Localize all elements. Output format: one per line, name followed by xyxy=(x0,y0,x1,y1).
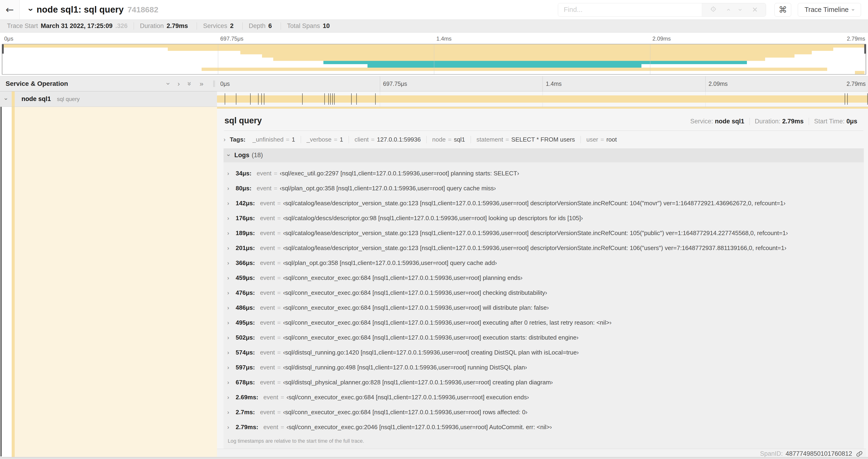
log-field-value: ‹sql/distsql_running.go:498 [nsql1,clien… xyxy=(283,364,527,371)
log-entry[interactable]: › 502μs: event = ‹sql/conn_executor_exec… xyxy=(223,330,864,345)
log-entry[interactable]: › 2.79ms: event = ‹sql/conn_executor_exe… xyxy=(223,420,864,435)
tag-key: _verbose xyxy=(307,136,332,143)
log-entry[interactable]: › 366μs: event = ‹sql/plan_opt.go:358 [n… xyxy=(223,256,864,270)
log-timestamp: 597μs: xyxy=(236,364,255,371)
find-input[interactable] xyxy=(558,3,702,16)
log-timestamp: 459μs: xyxy=(236,274,255,282)
column-resizer[interactable] xyxy=(213,80,216,87)
meta-value: 2.79ms xyxy=(782,118,804,125)
collapse-one-icon[interactable]: › xyxy=(165,83,172,85)
log-entry[interactable]: › 34μs: event = ‹sql/exec_util.go:2297 [… xyxy=(223,166,864,181)
log-marker-tick xyxy=(375,93,376,105)
log-entry[interactable]: › 574μs: event = ‹sql/distsql_running.go… xyxy=(223,345,864,360)
log-field-key: event xyxy=(260,289,275,296)
log-entry[interactable]: › 142μs: event = ‹sql/catalog/lease/desc… xyxy=(223,196,864,211)
log-entry[interactable]: › 476μs: event = ‹sql/conn_executor_exec… xyxy=(223,286,864,300)
summary-fraction: .326 xyxy=(115,22,128,30)
log-entry[interactable]: › 80μs: event = ‹sql/plan_opt.go:358 [ns… xyxy=(223,181,864,196)
collapse-children-icon[interactable]: › xyxy=(3,98,10,100)
log-entry[interactable]: › 2.7ms: event = ‹sql/conn_executor_exec… xyxy=(223,405,864,420)
gridline xyxy=(650,44,650,74)
log-entry[interactable]: › 189μs: event = ‹sql/catalog/lease/desc… xyxy=(223,226,864,241)
span-row[interactable]: › node sql1 sql query xyxy=(0,91,868,107)
equals-sign: = xyxy=(275,289,283,296)
time-tick-label: 697.75μs xyxy=(380,80,407,87)
log-field-value: ‹sql/catalog/lease/descriptor_version_st… xyxy=(283,200,785,207)
back-button[interactable]: ← xyxy=(0,0,20,19)
equals-sign: = xyxy=(275,215,283,222)
tag-value: root xyxy=(607,136,617,143)
trace-summary-item: Trace Start March 31 2022, 17:25:09.326 xyxy=(1,22,134,30)
minimap-left-scrubber[interactable] xyxy=(2,44,4,54)
chevron-right-icon: › xyxy=(227,275,236,281)
trace-minimap: 0μs697.75μs1.4ms2.09ms2.79ms xyxy=(0,33,868,76)
chevron-right-icon: › xyxy=(223,136,226,143)
log-marker-tick xyxy=(258,93,258,105)
log-entry[interactable]: › 495μs: event = ‹sql/conn_executor_exec… xyxy=(223,315,864,330)
log-entry[interactable]: › 597μs: event = ‹sql/distsql_running.go… xyxy=(223,360,864,375)
log-timestamp: 495μs: xyxy=(236,319,255,326)
log-timestamp: 80μs: xyxy=(236,185,251,192)
collapse-trace-chevron-icon[interactable]: › xyxy=(26,8,36,11)
time-tick-label: 1.4ms xyxy=(434,35,452,42)
chevron-right-icon: › xyxy=(227,394,236,401)
span-duration-bar[interactable] xyxy=(217,95,868,103)
timeline-header-row: Service & Operation › › » » 0μs697.75μs1… xyxy=(0,76,868,91)
log-timestamp: 34μs: xyxy=(236,170,251,177)
log-entry[interactable]: › 486μs: event = ‹sql/conn_executor_exec… xyxy=(223,300,864,315)
log-entry[interactable]: › 2.69ms: event = ‹sql/conn_executor_exe… xyxy=(223,390,864,405)
meta-value: 0μs xyxy=(846,118,857,125)
logs-header[interactable]: › Logs (18) xyxy=(223,148,864,162)
log-timestamp: 2.69ms: xyxy=(236,394,258,401)
scrollbar[interactable] xyxy=(0,107,2,456)
log-field-key: event xyxy=(260,364,275,371)
tags-row[interactable]: › Tags: _unfinished=1 _verbose=1 client=… xyxy=(217,131,866,147)
tag-value: 1 xyxy=(340,136,343,143)
prev-match-icon[interactable]: › xyxy=(724,9,732,11)
view-selector-button[interactable]: Trace Timeline › xyxy=(798,3,861,17)
summary-value: 2 xyxy=(230,22,234,30)
log-entry[interactable]: › 201μs: event = ‹sql/catalog/lease/desc… xyxy=(223,241,864,256)
equals-sign: = xyxy=(275,274,283,282)
log-field-value: ‹sql/plan_opt.go:358 [nsql1,client=127.0… xyxy=(283,259,497,267)
chevron-right-icon: › xyxy=(227,424,236,431)
tag-key: client xyxy=(354,136,369,143)
log-timestamp: 678μs: xyxy=(236,379,255,386)
log-entry[interactable]: › 459μs: event = ‹sql/conn_executor_exec… xyxy=(223,270,864,286)
collapse-all-icon[interactable]: » xyxy=(186,82,193,86)
chevron-right-icon: › xyxy=(227,185,236,192)
chevron-right-icon: › xyxy=(227,379,236,386)
log-field-value: ‹sql/exec_util.go:2297 [nsql1,client=127… xyxy=(280,170,519,177)
span-tint-column xyxy=(15,107,217,459)
equals-sign: = xyxy=(272,170,280,177)
tag-pill: client=127.0.0.1:59936 xyxy=(349,136,426,143)
minimap-right-scrubber[interactable] xyxy=(864,44,866,54)
equals-sign: = xyxy=(446,136,454,143)
tag-key: user xyxy=(586,136,598,143)
log-field-value: ‹sql/plan_opt.go:358 [nsql1,client=127.0… xyxy=(280,185,496,192)
link-icon[interactable] xyxy=(856,450,863,457)
log-field-key: event xyxy=(260,259,275,267)
minimap-canvas[interactable] xyxy=(2,44,866,75)
log-entry[interactable]: › 678μs: event = ‹sql/distsql_physical_p… xyxy=(223,375,864,390)
expand-one-icon[interactable]: › xyxy=(178,80,180,87)
chevron-right-icon: › xyxy=(227,230,236,236)
gridline xyxy=(434,44,434,74)
next-match-icon[interactable]: › xyxy=(737,9,744,11)
detail-header: sql query Service:node sql1 Duration:2.7… xyxy=(217,109,866,131)
locate-icon[interactable] xyxy=(710,6,717,13)
span-name-cell[interactable]: › node sql1 sql query xyxy=(0,91,217,107)
clear-search-icon[interactable]: ✕ xyxy=(752,6,758,13)
logs-list: › 34μs: event = ‹sql/exec_util.go:2297 [… xyxy=(223,162,864,436)
logs-footer-note: Log timestamps are relative to the start… xyxy=(223,436,864,449)
span-bar-cell[interactable] xyxy=(217,91,868,107)
logs-title: Logs xyxy=(234,152,249,159)
keyboard-shortcuts-button[interactable]: ⌘ xyxy=(774,3,791,17)
log-entry[interactable]: › 176μs: event = ‹sql/catalog/descs/desc… xyxy=(223,211,864,226)
chevron-right-icon: › xyxy=(227,349,236,356)
log-field-key: event xyxy=(264,394,278,401)
expand-all-icon[interactable]: » xyxy=(199,80,204,87)
tag-value: 1 xyxy=(292,136,295,143)
summary-value: 6 xyxy=(268,22,272,30)
equals-sign: = xyxy=(275,244,283,252)
